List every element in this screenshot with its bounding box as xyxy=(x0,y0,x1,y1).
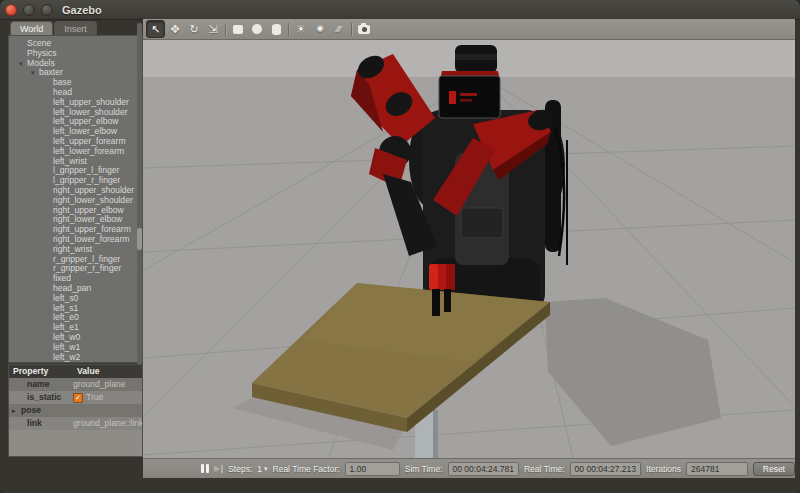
scale-tool-icon[interactable]: ⇲ xyxy=(204,21,222,38)
tree-item[interactable]: r_gripper_r_finger xyxy=(9,264,142,274)
reset-button[interactable]: Reset xyxy=(753,462,795,476)
real-time-label: Real Time: xyxy=(524,464,565,474)
spot-light-icon[interactable]: ✺ xyxy=(311,21,329,38)
rotate-tool-icon[interactable]: ↻ xyxy=(185,21,203,38)
property-value: ground_plane::link xyxy=(73,417,143,430)
screenshot-icon[interactable] xyxy=(355,21,373,38)
panel-tabs: World Insert xyxy=(10,21,97,35)
property-row-name[interactable]: name ground_plane xyxy=(9,378,142,391)
tab-insert[interactable]: Insert xyxy=(54,21,97,35)
render-viewport: ↖ ✥ ↻ ⇲ ☀ ✺ ⁄⁄⁄ xyxy=(143,19,795,478)
directional-light-icon[interactable]: ⁄⁄⁄ xyxy=(330,21,348,38)
sim-time-label: Sim Time: xyxy=(405,464,443,474)
property-key: pose xyxy=(21,404,41,417)
viewport-toolbar: ↖ ✥ ↻ ⇲ ☀ ✺ ⁄⁄⁄ xyxy=(143,19,795,40)
chevron-down-icon[interactable]: ▾ xyxy=(264,465,268,473)
checkbox-checked-icon[interactable]: ✓ xyxy=(73,393,83,403)
status-bar: ▶ Steps: 1▾ Real Time Factor: 1.00 Sim T… xyxy=(143,458,795,478)
property-header: Property Value xyxy=(9,365,142,378)
gazebo-window: Gazebo World Insert Scene Physics ▾Model… xyxy=(0,0,800,493)
tree-item[interactable]: ▾baxter xyxy=(9,68,142,78)
insert-box-icon[interactable] xyxy=(229,21,247,38)
property-row-link[interactable]: link ground_plane::link xyxy=(9,417,142,430)
close-icon[interactable] xyxy=(5,4,17,16)
maximize-icon[interactable] xyxy=(41,4,53,16)
steps-label: Steps: xyxy=(228,464,252,474)
step-icon[interactable]: ▶ xyxy=(214,464,223,473)
property-value: True xyxy=(86,391,103,404)
property-panel: Property Value name ground_plane is_stat… xyxy=(8,364,143,457)
translate-tool-icon[interactable]: ✥ xyxy=(166,21,184,38)
iterations-label: Iterations xyxy=(646,464,681,474)
insert-cylinder-icon[interactable] xyxy=(267,21,285,38)
window-title: Gazebo xyxy=(62,4,102,16)
rtf-label: Real Time Factor: xyxy=(273,464,340,474)
rtf-value: 1.00 xyxy=(345,462,400,476)
property-key: is_static xyxy=(21,391,61,404)
property-col-header: Property xyxy=(9,365,73,378)
property-row-is-static[interactable]: is_static ✓True xyxy=(9,391,142,404)
iterations-value: 264781 xyxy=(686,462,748,476)
property-value xyxy=(73,404,142,417)
point-light-icon[interactable]: ☀ xyxy=(292,21,310,38)
tab-world[interactable]: World xyxy=(10,21,53,35)
sim-time-value: 00 00:04:24.781 xyxy=(448,462,519,476)
pause-icon[interactable] xyxy=(201,464,209,473)
left-panel: World Insert Scene Physics ▾Models ▾baxt… xyxy=(8,21,143,458)
minimize-icon[interactable] xyxy=(23,4,35,16)
toolbar-separator xyxy=(288,23,289,36)
expander-icon[interactable]: ▾ xyxy=(19,59,27,69)
tree-item[interactable]: ▾Models xyxy=(9,59,142,69)
tree-scrollbar-thumb[interactable] xyxy=(137,228,142,250)
value-col-header: Value xyxy=(73,365,142,378)
world-tree: Scene Physics ▾Models ▾baxter base xyxy=(8,35,143,363)
property-key: link xyxy=(21,417,42,430)
title-bar: Gazebo xyxy=(0,0,800,20)
expander-icon[interactable]: ▾ xyxy=(31,68,39,78)
property-key: name xyxy=(21,378,49,391)
real-time-value: 00 00:04:27.213 xyxy=(570,462,641,476)
expander-icon[interactable]: ▸ xyxy=(9,404,21,417)
tree-item[interactable]: base xyxy=(9,78,142,88)
insert-sphere-icon[interactable] xyxy=(248,21,266,38)
select-tool-icon[interactable]: ↖ xyxy=(146,20,165,38)
3d-scene[interactable] xyxy=(143,40,795,458)
property-value: ground_plane xyxy=(73,378,142,391)
toolbar-separator xyxy=(225,23,226,36)
toolbar-separator xyxy=(351,23,352,36)
tree-item[interactable]: left_w2 xyxy=(9,353,142,363)
steps-spinbox[interactable]: 1▾ xyxy=(257,464,267,474)
property-row-pose[interactable]: ▸pose xyxy=(9,404,142,417)
